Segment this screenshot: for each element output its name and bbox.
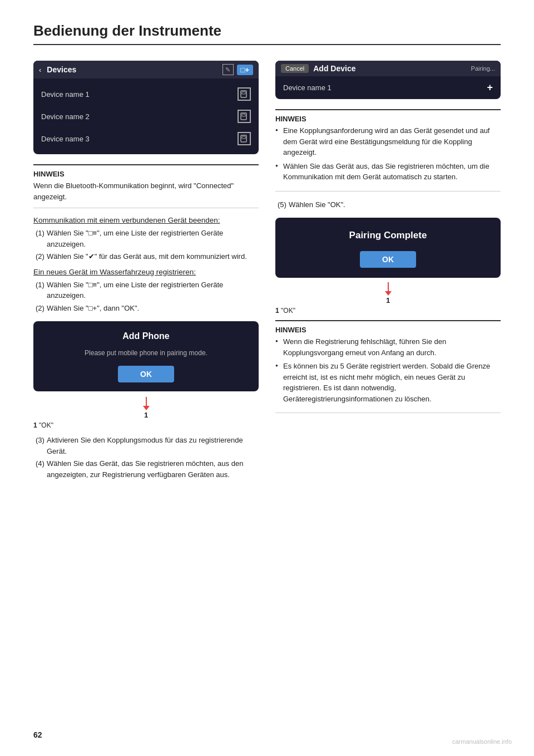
device-name-3: Device name 3 xyxy=(41,135,90,143)
page-number: 62 xyxy=(33,730,42,739)
hinweis-title-right-bottom: HINWEIS xyxy=(275,326,501,334)
add-phone-title: Add Phone xyxy=(44,331,248,341)
add-phone-dialog: Add Phone Please put mobile phone in pai… xyxy=(33,321,259,391)
step-num: (2) xyxy=(36,303,44,314)
step-4: (4) Wählen Sie das Gerät, das Sie regist… xyxy=(33,458,259,480)
kommunikation-list: (1) Wählen Sie "□≡", um eine Liste der r… xyxy=(33,228,259,262)
device-row[interactable]: Device name 1 xyxy=(33,83,259,105)
arrow-head xyxy=(143,406,150,410)
step-num: (1) xyxy=(36,279,44,291)
device-icon-2 xyxy=(238,110,251,123)
arrow-indicator-1 xyxy=(33,397,259,410)
device-icon-1 xyxy=(238,87,251,101)
add-device-name: Device name 1 xyxy=(283,84,332,92)
step-5-list: (5) Wählen Sie "OK". xyxy=(275,199,501,210)
pairing-complete-dialog: Pairing Complete OK xyxy=(275,218,501,278)
add-phone-ok-button[interactable]: OK xyxy=(118,366,174,382)
hinweis-bullet-list-top: Eine Kopplungsanforderung wird an das Ge… xyxy=(275,125,501,183)
hinweis-bullet-bottom-2: Es können bis zu 5 Geräte registriert we… xyxy=(275,361,501,404)
pairing-ok-button[interactable]: OK xyxy=(360,251,416,268)
neues-geraet-step-2: (2) Wählen Sie "□+", dann "OK". xyxy=(33,303,259,314)
step-3: (3) Aktivieren Sie den Kopplungsmodus fü… xyxy=(33,435,259,456)
step-text: Aktivieren Sie den Kopplungsmodus für da… xyxy=(47,436,243,455)
hinweis-bullet-list-bottom: Wenn die Registrierung fehlschlägt, führ… xyxy=(275,336,501,404)
device-row[interactable]: Device name 2 xyxy=(33,105,259,127)
plus-icon[interactable]: + xyxy=(487,82,493,94)
hinweis-title-right-top: HINWEIS xyxy=(275,115,501,123)
footnote-2: 1 "OK" xyxy=(275,307,501,315)
steps-3-4-list: (3) Aktivieren Sie den Kopplungsmodus fü… xyxy=(33,435,259,480)
svg-rect-1 xyxy=(242,92,245,94)
device-icon-3 xyxy=(238,132,251,145)
add-device-title: Add Device xyxy=(313,64,466,73)
hinweis-bullet-bottom-1: Wenn die Registrierung fehlschlägt, führ… xyxy=(275,336,501,358)
arrow-line-2 xyxy=(388,282,389,291)
screen-header: ‹ Devices ✎ □+ xyxy=(33,61,259,78)
step-text: Wählen Sie das Gerät, das Sie registrier… xyxy=(47,459,243,479)
section-neues-geraet-heading: Ein neues Gerät im Wasserfahrzeug regist… xyxy=(33,268,259,276)
kommunikation-step-1: (1) Wählen Sie "□≡", um eine Liste der r… xyxy=(33,228,259,249)
step-num: (2) xyxy=(36,251,44,262)
device-name-1: Device name 1 xyxy=(41,90,90,99)
hinweis-bullet-2: Wählen Sie das Gerät aus, das Sie regist… xyxy=(275,161,501,183)
left-column: ‹ Devices ✎ □+ Device name 1 Device n xyxy=(33,61,259,485)
step-text: Wählen Sie "□≡", um eine Liste der regis… xyxy=(47,281,223,300)
step-text: Wählen Sie "OK". xyxy=(289,200,345,209)
footnote-1: 1 "OK" xyxy=(33,421,259,429)
device-name-2: Device name 2 xyxy=(41,112,90,121)
step-text: Wählen Sie "□+", dann "OK". xyxy=(47,304,139,312)
arrow-indicator-2 xyxy=(275,282,501,296)
hinweis-title-1: HINWEIS xyxy=(33,170,259,178)
step-text: Wählen Sie "✔" für das Gerät aus, mit de… xyxy=(47,252,247,261)
hinweis-text-1: Wenn die Bluetooth-Kommunikation beginnt… xyxy=(33,180,259,202)
add-phone-subtitle: Please put mobile phone in pairing mode. xyxy=(44,349,248,357)
step-num: (4) xyxy=(36,458,44,469)
hinweis-box-right-bottom: HINWEIS Wenn die Registrierung fehlschlä… xyxy=(275,320,501,413)
hinweis-bullet-1: Eine Kopplungsanforderung wird an das Ge… xyxy=(275,125,501,158)
section-kommunikation-heading: Kommunikation mit einem verbundenen Gerä… xyxy=(33,216,259,224)
add-device-icon[interactable]: □+ xyxy=(237,65,253,75)
svg-rect-5 xyxy=(242,136,245,139)
edit-icon[interactable]: ✎ xyxy=(222,64,234,75)
arrow-number-1: 1 xyxy=(144,411,148,419)
add-device-body: Device name 1 + xyxy=(275,76,501,99)
neues-geraet-list: (1) Wählen Sie "□≡", um eine Liste der r… xyxy=(33,279,259,314)
arrow-line xyxy=(146,397,147,406)
svg-rect-3 xyxy=(242,114,245,116)
cancel-button-screen[interactable]: Cancel xyxy=(281,64,309,73)
add-device-header: Cancel Add Device Pairing... xyxy=(275,61,501,76)
step-num: (5) xyxy=(278,199,286,210)
neues-geraet-step-1: (1) Wählen Sie "□≡", um eine Liste der r… xyxy=(33,279,259,301)
devices-screen: ‹ Devices ✎ □+ Device name 1 Device n xyxy=(33,61,259,154)
device-row[interactable]: Device name 3 xyxy=(33,127,259,150)
right-column: Cancel Add Device Pairing... Device name… xyxy=(275,61,501,485)
step-5: (5) Wählen Sie "OK". xyxy=(275,199,501,210)
ok-button-wrap: OK xyxy=(118,366,174,382)
devices-list: Device name 1 Device name 2 xyxy=(33,78,259,154)
page-title: Bedienung der Instrumente xyxy=(33,22,501,45)
arrow-head-2 xyxy=(385,291,392,296)
kommunikation-step-2: (2) Wählen Sie "✔" für das Gerät aus, mi… xyxy=(33,251,259,262)
arrow-number-2: 1 xyxy=(386,296,390,305)
back-icon[interactable]: ‹ xyxy=(39,66,41,74)
pairing-complete-title: Pairing Complete xyxy=(286,230,490,241)
add-device-screen: Cancel Add Device Pairing... Device name… xyxy=(275,61,501,99)
devices-screen-title: Devices xyxy=(47,65,219,74)
step-num: (3) xyxy=(36,435,44,446)
step-text: Wählen Sie "□≡", um eine Liste der regis… xyxy=(47,229,223,248)
step-num: (1) xyxy=(36,228,44,239)
watermark: carmanualsonline.info xyxy=(452,738,512,745)
hinweis-box-right-top: HINWEIS Eine Kopplungsanforderung wird a… xyxy=(275,109,501,192)
pairing-label: Pairing... xyxy=(471,65,495,72)
hinweis-box-1: HINWEIS Wenn die Bluetooth-Kommunikation… xyxy=(33,164,259,208)
